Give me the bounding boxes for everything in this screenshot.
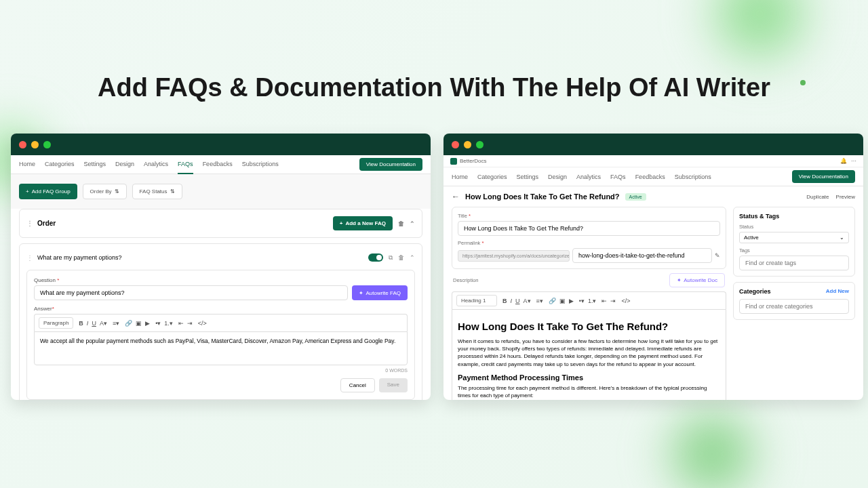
view-documentation-button[interactable]: View Documentation — [359, 158, 422, 171]
nav-categories[interactable]: Categories — [477, 168, 507, 186]
align-icon[interactable]: ≡▾ — [536, 298, 543, 304]
faq-status-button[interactable]: FAQ Status⇅ — [132, 184, 182, 199]
indent-icon[interactable]: ⇥ — [610, 298, 616, 304]
status-tags-panel: Status & Tags Status Active⌄ Tags — [733, 207, 855, 277]
link-icon[interactable]: 🔗 — [549, 298, 556, 304]
more-icon[interactable]: ⋯ — [851, 158, 856, 164]
chevron-up-icon[interactable]: ⌃ — [410, 220, 415, 227]
save-button[interactable]: Save — [379, 378, 408, 392]
app-name: BetterDocs — [460, 158, 487, 164]
nav-design[interactable]: Design — [548, 168, 567, 186]
doc-title: How Long Does It Take To Get The Refund? — [465, 192, 620, 201]
nav-analytics[interactable]: Analytics — [144, 155, 168, 174]
drag-handle-icon[interactable]: ⋮ — [26, 254, 33, 262]
nav-settings[interactable]: Settings — [84, 155, 106, 174]
text-color-icon[interactable]: A▾ — [100, 320, 107, 327]
numbered-list-icon[interactable]: 1.▾ — [588, 298, 597, 304]
block-style-select[interactable]: Paragraph — [39, 317, 73, 329]
nav-subscriptions[interactable]: Subscriptions — [675, 168, 711, 186]
bullet-list-icon[interactable]: •▾ — [579, 298, 585, 304]
toolbar: +Add FAQ Group Order By⇅ FAQ Status⇅ — [11, 174, 431, 209]
minimize-icon[interactable] — [31, 141, 39, 148]
add-faq-group-button[interactable]: +Add FAQ Group — [19, 184, 77, 199]
question-input[interactable] — [34, 285, 348, 300]
tags-label: Tags — [739, 247, 849, 253]
doc-editor[interactable]: How Long Does It Take To Get The Refund?… — [452, 309, 726, 400]
italic-icon[interactable]: I — [87, 320, 89, 327]
nav-home[interactable]: Home — [19, 155, 35, 174]
view-documentation-button[interactable]: View Documentation — [792, 170, 855, 183]
status-select[interactable]: Active⌄ — [739, 232, 849, 243]
video-icon[interactable]: ▶ — [145, 320, 150, 327]
doc-h3: Payment Method Processing Times — [458, 373, 720, 382]
nav-categories[interactable]: Categories — [45, 155, 75, 174]
nav-faqs[interactable]: FAQs — [610, 168, 626, 186]
permalink-prefix: https://jamitest.myshopify.com/a/docs/un… — [458, 250, 570, 262]
heading-select[interactable]: Heading 1 — [456, 295, 497, 306]
image-icon[interactable]: ▣ — [136, 320, 142, 327]
autowrite-faq-button[interactable]: ✦Autowrite FAQ — [352, 285, 408, 300]
order-by-button[interactable]: Order By⇅ — [83, 184, 127, 199]
indent-icon[interactable]: ⇥ — [187, 320, 193, 327]
answer-editor[interactable]: We accept all the popular payment method… — [34, 331, 408, 365]
chevron-up-icon[interactable]: ⌃ — [410, 254, 415, 261]
bold-icon[interactable]: B — [79, 320, 83, 327]
code-icon[interactable]: </> — [621, 298, 630, 304]
align-icon[interactable]: ≡▾ — [113, 320, 119, 327]
description-label: Description — [453, 277, 479, 283]
answer-label: Answer* — [34, 306, 408, 312]
trash-icon[interactable]: 🗑 — [398, 220, 404, 227]
nav-faqs[interactable]: FAQs — [178, 155, 193, 174]
add-new-category-link[interactable]: Add New — [826, 288, 849, 294]
copy-icon[interactable]: ⧉ — [389, 254, 393, 262]
code-icon[interactable]: </> — [198, 320, 207, 327]
tags-input[interactable] — [739, 256, 849, 270]
sparkle-icon: ✦ — [359, 290, 363, 296]
maximize-icon[interactable] — [43, 141, 51, 148]
bullet-list-icon[interactable]: •▾ — [155, 320, 161, 327]
close-icon[interactable] — [19, 141, 26, 148]
italic-icon[interactable]: I — [511, 298, 513, 304]
doc-editor-toolbar: Heading 1 B I U A▾ ≡▾ 🔗 ▣ ▶ •▾ 1.▾ — [452, 291, 726, 309]
link-icon[interactable]: 🔗 — [125, 320, 132, 327]
text-color-icon[interactable]: A▾ — [524, 298, 531, 304]
trash-icon[interactable]: 🗑 — [398, 254, 404, 261]
add-new-faq-button[interactable]: +Add a New FAQ — [333, 216, 393, 230]
numbered-list-icon[interactable]: 1.▾ — [164, 320, 173, 327]
video-icon[interactable]: ▶ — [569, 298, 574, 304]
bell-icon[interactable]: 🔔 — [840, 158, 847, 164]
close-icon[interactable] — [452, 141, 459, 148]
outdent-icon[interactable]: ⇤ — [601, 298, 607, 304]
nav-home[interactable]: Home — [452, 168, 468, 186]
underline-icon[interactable]: U — [92, 320, 96, 327]
word-count: 0 WORDS — [34, 368, 408, 373]
back-arrow-icon[interactable]: ← — [452, 192, 460, 201]
autowrite-doc-button[interactable]: ✦Autowrite Doc — [669, 273, 725, 287]
maximize-icon[interactable] — [476, 141, 484, 148]
sort-icon: ⇅ — [115, 188, 119, 195]
duplicate-button[interactable]: Duplicate — [806, 194, 829, 200]
underline-icon[interactable]: U — [515, 298, 520, 304]
drag-handle-icon[interactable]: ⋮ — [26, 220, 33, 227]
image-icon[interactable]: ▣ — [559, 298, 566, 304]
doc-window: BetterDocs 🔔 ⋯ Home Categories Settings … — [443, 134, 863, 400]
edit-icon[interactable]: ✎ — [715, 252, 720, 259]
nav-analytics[interactable]: Analytics — [576, 168, 601, 186]
app-logo-icon — [450, 158, 457, 165]
nav-subscriptions[interactable]: Subscriptions — [242, 155, 279, 174]
nav-feedbacks[interactable]: Feedbacks — [203, 155, 233, 174]
nav-feedbacks[interactable]: Feedbacks — [635, 168, 665, 186]
outdent-icon[interactable]: ⇤ — [178, 320, 184, 327]
categories-input[interactable] — [739, 299, 849, 314]
nav-settings[interactable]: Settings — [517, 168, 539, 186]
bg-blob — [651, 393, 773, 488]
title-input[interactable] — [458, 221, 720, 236]
nav-design[interactable]: Design — [115, 155, 134, 174]
preview-button[interactable]: Preview — [836, 194, 855, 200]
plus-icon: + — [26, 188, 29, 195]
bold-icon[interactable]: B — [502, 298, 507, 304]
cancel-button[interactable]: Cancel — [340, 378, 375, 392]
minimize-icon[interactable] — [464, 141, 471, 148]
permalink-input[interactable] — [572, 248, 712, 263]
faq-enabled-toggle[interactable] — [368, 253, 383, 262]
